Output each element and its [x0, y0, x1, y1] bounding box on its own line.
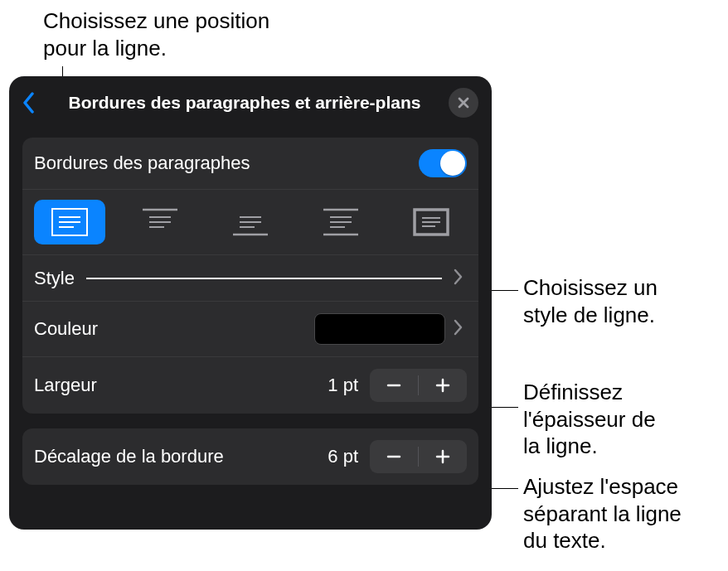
position-box-icon: [51, 208, 88, 236]
color-label: Couleur: [34, 318, 98, 340]
width-label: Largeur: [34, 375, 97, 396]
width-value: 1 pt: [328, 375, 358, 396]
close-button[interactable]: [449, 88, 478, 118]
callout-style: Choisissez un style de ligne.: [523, 274, 658, 328]
position-segmented: [22, 190, 478, 255]
settings-panel: Bordures des paragraphes et arrière-plan…: [9, 76, 492, 530]
offset-section: Décalage de la bordure 6 pt: [22, 428, 478, 485]
minus-icon: [385, 448, 403, 466]
position-top-icon: [142, 208, 178, 236]
position-box-thick[interactable]: [396, 200, 467, 244]
position-top-bottom-icon: [323, 208, 359, 236]
offset-label: Décalage de la bordure: [34, 446, 224, 467]
width-increment[interactable]: [419, 369, 467, 402]
callout-width: Définissez l'épaisseur de la ligne.: [523, 379, 656, 460]
plus-icon: [434, 376, 452, 394]
position-bottom-icon: [232, 208, 269, 236]
color-row[interactable]: Couleur: [22, 302, 478, 357]
plus-icon: [434, 448, 452, 466]
borders-toggle[interactable]: [419, 149, 467, 177]
style-preview: [86, 278, 442, 279]
style-row[interactable]: Style: [22, 255, 478, 302]
offset-row: Décalage de la bordure 6 pt: [22, 428, 478, 485]
offset-increment[interactable]: [419, 440, 467, 473]
position-top-bottom[interactable]: [305, 200, 376, 244]
panel-header: Bordures des paragraphes et arrière-plan…: [9, 76, 492, 129]
borders-label: Bordures des paragraphes: [34, 152, 250, 174]
offset-decrement[interactable]: [370, 440, 418, 473]
back-button[interactable]: [17, 92, 41, 114]
close-icon: [457, 96, 470, 109]
offset-value: 6 pt: [328, 446, 358, 467]
color-swatch: [314, 313, 445, 345]
position-top[interactable]: [124, 200, 196, 244]
position-box[interactable]: [34, 200, 105, 244]
callout-offset: Ajustez l'espace séparant la ligne du te…: [523, 473, 682, 554]
chevron-right-icon: [454, 269, 467, 288]
borders-toggle-row: Bordures des paragraphes: [22, 138, 478, 190]
panel-title: Bordures des paragraphes et arrière-plan…: [49, 93, 440, 113]
borders-section: Bordures des paragraphes: [22, 138, 478, 414]
position-bottom[interactable]: [215, 200, 286, 244]
offset-stepper: [370, 440, 467, 473]
width-row: Largeur 1 pt: [22, 357, 478, 414]
toggle-knob: [440, 151, 465, 176]
chevron-right-icon: [454, 319, 467, 339]
callout-position: Choisissez une position pour la ligne.: [43, 7, 269, 61]
minus-icon: [385, 376, 403, 394]
width-stepper: [370, 369, 467, 402]
position-box-thick-icon: [413, 208, 449, 236]
width-decrement[interactable]: [370, 369, 418, 402]
style-label: Style: [34, 268, 75, 289]
chevron-left-icon: [22, 92, 36, 114]
